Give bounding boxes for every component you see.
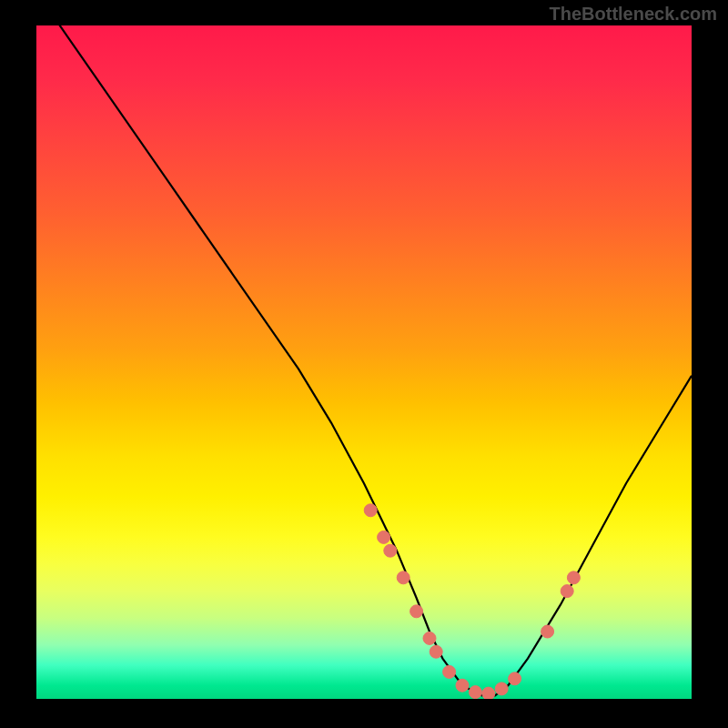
chart-svg: [36, 25, 692, 699]
data-point: [397, 571, 410, 584]
data-point: [456, 679, 469, 692]
data-point: [495, 682, 508, 695]
attribution-text: TheBottleneck.com: [550, 4, 717, 25]
scatter-points: [364, 504, 580, 699]
data-point: [430, 645, 442, 658]
data-point: [561, 585, 573, 598]
plot-area: [36, 25, 692, 699]
data-point: [364, 504, 377, 517]
bottleneck-curve: [36, 25, 692, 695]
data-point: [567, 571, 580, 584]
data-point: [443, 665, 456, 678]
data-point: [469, 686, 481, 699]
data-point: [541, 625, 554, 638]
data-point: [384, 544, 397, 557]
data-point: [378, 531, 390, 543]
data-point: [509, 672, 521, 685]
data-point: [482, 687, 495, 699]
data-point: [423, 632, 436, 644]
data-point: [410, 605, 423, 618]
